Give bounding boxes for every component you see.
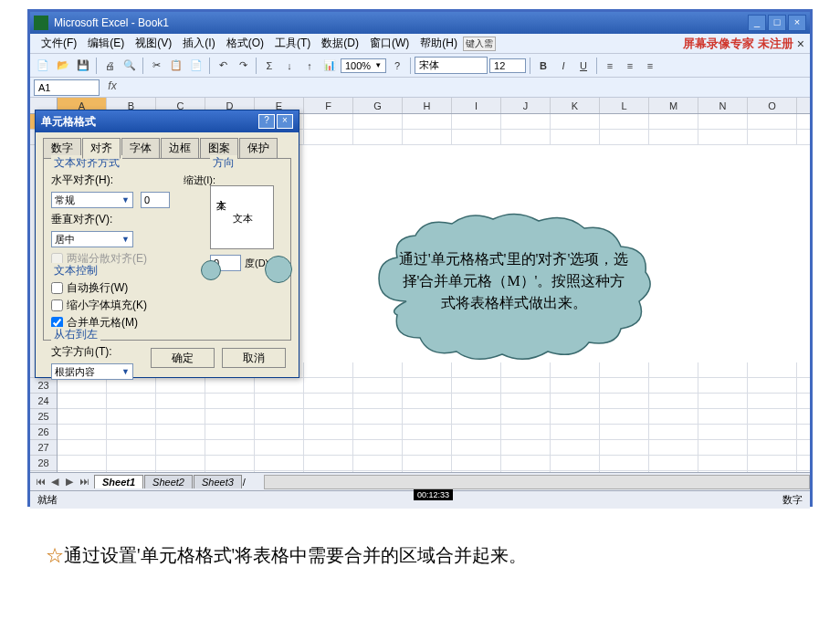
col-header-j[interactable]: J (501, 98, 551, 113)
name-box[interactable]: A1 (34, 79, 100, 96)
v-align-combo[interactable]: 居中▼ (51, 231, 133, 247)
menu-insert[interactable]: 插入(I) (177, 36, 220, 51)
indent-spinner[interactable]: 0 (141, 192, 170, 208)
tab-nav-next-icon[interactable]: ▶ (63, 476, 76, 488)
bubble-icon (201, 260, 221, 280)
bold-icon[interactable]: B (534, 57, 552, 75)
tab-border[interactable]: 边框 (161, 138, 199, 158)
dialog-help-button[interactable]: ? (258, 114, 275, 129)
sort-asc-icon[interactable]: ↓ (280, 57, 299, 75)
open-icon[interactable]: 📂 (54, 57, 72, 75)
align-right-icon[interactable]: ≡ (641, 57, 659, 75)
tab-nav-prev-icon[interactable]: ◀ (48, 476, 61, 488)
tab-nav-first-icon[interactable]: ⏮ (34, 476, 47, 488)
wrap-checkbox[interactable]: 自动换行(W) (51, 280, 215, 296)
col-header-n[interactable]: N (698, 98, 748, 113)
minimize-button[interactable]: _ (748, 15, 766, 31)
h-align-combo[interactable]: 常规▼ (51, 192, 133, 208)
horizontal-scrollbar[interactable] (264, 475, 810, 489)
restore-button[interactable]: □ (768, 15, 786, 31)
menu-file[interactable]: 文件(F) (36, 36, 82, 51)
dialog-tabs: 数字 对齐 字体 边框 图案 保护 (36, 132, 299, 158)
copy-icon[interactable]: 📋 (167, 57, 185, 75)
close-button[interactable]: × (788, 15, 806, 31)
sheet-tab-2[interactable]: Sheet2 (144, 475, 193, 488)
italic-icon[interactable]: I (554, 57, 572, 75)
underline-icon[interactable]: U (574, 57, 593, 75)
tab-nav-last-icon[interactable]: ⏭ (78, 476, 90, 488)
ctrl-section-label: 文本控制 (51, 263, 100, 278)
menu-window[interactable]: 窗口(W) (364, 36, 415, 51)
row-header-25[interactable]: 25 (30, 409, 57, 425)
status-left: 就绪 (37, 493, 58, 507)
align-center-icon[interactable]: ≡ (621, 57, 639, 75)
align-left-icon[interactable]: ≡ (601, 57, 619, 75)
cloud-text: 通过'单元格格式'里的'对齐'选项，选择'合并单元格（M）'。按照这种方式将表格… (397, 248, 630, 314)
menu-edit[interactable]: 编辑(E) (82, 36, 130, 51)
row-header-29[interactable]: 29 (30, 471, 57, 472)
cancel-button[interactable]: 取消 (222, 348, 286, 368)
window-title: Microsoft Excel - Book1 (54, 16, 748, 29)
doc-close-icon[interactable]: × (797, 37, 804, 51)
tab-font[interactable]: 字体 (121, 138, 160, 158)
font-size-box[interactable]: 12 (489, 58, 526, 73)
menubar: 文件(F) 编辑(E) 视图(V) 插入(I) 格式(O) 工具(T) 数据(D… (30, 34, 810, 54)
sheet-tabs: ⏮ ◀ ▶ ⏭ Sheet1 Sheet2 Sheet3 / (30, 472, 810, 490)
help-icon[interactable]: ? (388, 57, 406, 75)
orientation-widget[interactable]: 文本 (210, 185, 274, 249)
preview-icon[interactable]: 🔍 (121, 57, 139, 75)
chart-icon[interactable]: 📊 (320, 57, 339, 75)
tab-alignment[interactable]: 对齐 (82, 138, 121, 159)
col-header-i[interactable]: I (452, 98, 501, 113)
fx-icon[interactable]: fx (103, 79, 121, 96)
row-header-26[interactable]: 26 (30, 425, 57, 440)
sort-desc-icon[interactable]: ↑ (300, 57, 319, 75)
print-icon[interactable]: 🖨 (100, 57, 119, 75)
dialog-titlebar: 单元格格式 ? × (36, 110, 299, 132)
titlebar: Microsoft Excel - Book1 _ □ × (30, 12, 810, 34)
undo-icon[interactable]: ↶ (214, 57, 232, 75)
font-name-box[interactable]: 宋体 (415, 57, 488, 74)
recorder-timestamp: 00:12:33 (414, 489, 453, 500)
h-align-label: 水平对齐(H): (51, 173, 115, 188)
status-right: 数字 (782, 493, 803, 507)
menu-help[interactable]: 帮助(H) (415, 36, 463, 51)
col-header-o[interactable]: O (748, 98, 797, 113)
col-header-h[interactable]: H (403, 98, 452, 113)
col-header-f[interactable]: F (304, 98, 353, 113)
row-header-28[interactable]: 28 (30, 456, 57, 471)
menu-tools[interactable]: 工具(T) (269, 36, 316, 51)
dialog-title-text: 单元格格式 (41, 114, 257, 130)
menu-view[interactable]: 视图(V) (130, 36, 177, 51)
redo-icon[interactable]: ↷ (234, 57, 252, 75)
new-icon[interactable]: 📄 (34, 57, 52, 75)
col-header-l[interactable]: L (600, 98, 649, 113)
sheet-tab-1[interactable]: Sheet1 (94, 475, 143, 488)
row-header-27[interactable]: 27 (30, 440, 57, 456)
format-cells-dialog: 单元格格式 ? × 数字 对齐 字体 边框 图案 保护 文本对齐方式 水平对齐(… (35, 110, 299, 378)
save-icon[interactable]: 💾 (74, 57, 92, 75)
excel-icon (34, 16, 48, 30)
col-header-k[interactable]: K (551, 98, 600, 113)
row-header-24[interactable]: 24 (30, 394, 57, 409)
col-header-g[interactable]: G (353, 98, 403, 113)
dir-combo[interactable]: 根据内容▼ (51, 363, 133, 380)
zoom-box[interactable]: 100% ▼ (341, 58, 386, 73)
watermark-prefix: 键入需 (463, 37, 496, 51)
dialog-close-button[interactable]: × (277, 114, 293, 129)
tab-protection[interactable]: 保护 (239, 138, 278, 158)
caption-text: 通过设置'单元格格式'将表格中需要合并的区域合并起来。 (64, 545, 527, 565)
standard-toolbar: 📄 📂 💾 🖨 🔍 ✂ 📋 📄 ↶ ↷ Σ ↓ ↑ 📊 100% ▼ ? 宋体 … (30, 54, 810, 78)
shrink-checkbox[interactable]: 缩小字体填充(K) (51, 298, 215, 313)
cloud-callout: 通过'单元格格式'里的'对齐'选项，选择'合并单元格（M）'。按照这种方式将表格… (361, 210, 662, 365)
sheet-tab-3[interactable]: Sheet3 (194, 475, 242, 488)
menu-format[interactable]: 格式(O) (221, 36, 269, 51)
rtl-section-label: 从右到左 (51, 327, 100, 342)
sum-icon[interactable]: Σ (260, 57, 278, 75)
menu-data[interactable]: 数据(D) (316, 36, 364, 51)
col-header-m[interactable]: M (649, 98, 698, 113)
row-header-23[interactable]: 23 (30, 378, 57, 394)
slide-caption: ☆通过设置'单元格格式'将表格中需要合并的区域合并起来。 (46, 543, 527, 568)
paste-icon[interactable]: 📄 (187, 57, 205, 75)
cut-icon[interactable]: ✂ (147, 57, 165, 75)
